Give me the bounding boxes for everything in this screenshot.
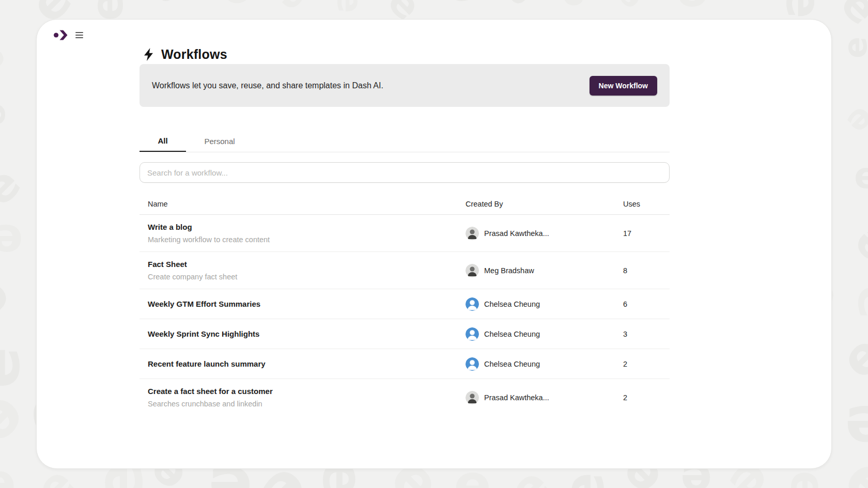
- table-row[interactable]: Fact Sheet Create company fact sheet Meg…: [140, 251, 670, 289]
- created-by-name: Chelsea Cheung: [484, 300, 540, 308]
- created-by-name: Prasad Kawtheka...: [484, 229, 549, 238]
- background-letter: e: [85, 0, 129, 21]
- background-letter: e: [449, 0, 472, 6]
- workflow-description: Searches crunchbase and linkedin: [148, 400, 457, 408]
- workflow-description: Marketing workflow to create content: [148, 235, 457, 244]
- table-row[interactable]: Write a blog Marketing workflow to creat…: [140, 215, 670, 251]
- background-letter: e: [845, 397, 868, 460]
- background-letter: e: [0, 41, 11, 79]
- banner-text: Workflows let you save, reuse, and share…: [152, 81, 383, 90]
- tab-bar: All Personal: [140, 130, 670, 152]
- background-letter: e: [784, 470, 831, 488]
- background-letter: e: [842, 219, 868, 275]
- user-avatar-photo: [466, 391, 479, 404]
- workflow-name: Recent feature launch summary: [148, 359, 457, 368]
- user-avatar-photo: [466, 264, 479, 277]
- created-by-name: Chelsea Cheung: [484, 330, 540, 338]
- workflow-name: Fact Sheet: [148, 260, 457, 269]
- background-letter: e: [851, 285, 868, 319]
- tab-all[interactable]: All: [140, 130, 186, 152]
- column-header-created-by: Created By: [466, 200, 623, 208]
- menu-hamburger-icon[interactable]: [74, 31, 84, 39]
- workflows-table: Name Created By Uses Write a blog Market…: [140, 194, 670, 416]
- background-letter: e: [270, 0, 317, 21]
- table-row[interactable]: Weekly Sprint Sync Highlights Chelsea Ch…: [140, 319, 670, 349]
- column-header-uses: Uses: [623, 200, 670, 208]
- uses-count: 3: [623, 330, 670, 338]
- workflow-name: Write a blog: [148, 223, 457, 231]
- background-letter: e: [610, 0, 646, 17]
- uses-count: 6: [623, 300, 670, 308]
- uses-count: 2: [623, 360, 670, 368]
- background-letter: e: [840, 37, 868, 58]
- workflow-name: Create a fact sheet for a customer: [148, 387, 457, 396]
- tab-personal[interactable]: Personal: [186, 130, 253, 152]
- column-header-name: Name: [140, 200, 466, 208]
- table-header-row: Name Created By Uses: [140, 194, 670, 215]
- info-banner: Workflows let you save, reuse, and share…: [140, 64, 670, 107]
- search-input[interactable]: [140, 162, 670, 183]
- created-by-name: Prasad Kawtheka...: [484, 393, 549, 402]
- background-letter: e: [222, 0, 252, 15]
- person-icon-avatar: [466, 327, 479, 341]
- background-letter: e: [841, 101, 868, 141]
- background-letter: e: [554, 0, 589, 7]
- lightning-icon: [143, 48, 154, 61]
- top-left-controls: [54, 29, 84, 41]
- workflow-description: Create company fact sheet: [148, 273, 457, 281]
- background-letter: e: [721, 0, 757, 4]
- page-title: Workflows: [161, 47, 227, 62]
- background-letter: e: [833, 0, 868, 32]
- background-letter: e: [676, 0, 709, 20]
- background-letter: e: [0, 103, 14, 127]
- table-row[interactable]: Create a fact sheet for a customer Searc…: [140, 379, 670, 416]
- app-window: Workflows Workflows let you save, reuse,…: [36, 19, 832, 469]
- new-workflow-button[interactable]: New Workflow: [590, 76, 657, 96]
- background-letter: e: [779, 0, 828, 19]
- background-letter: e: [0, 217, 23, 265]
- background-letter: e: [0, 160, 28, 213]
- created-by-name: Chelsea Cheung: [484, 360, 540, 368]
- table-body: Write a blog Marketing workflow to creat…: [140, 215, 670, 416]
- created-by-name: Meg Bradshaw: [484, 266, 534, 275]
- table-row[interactable]: Weekly GTM Effort Summaries Chelsea Cheu…: [140, 289, 670, 319]
- workflow-name: Weekly Sprint Sync Highlights: [148, 329, 457, 338]
- person-icon-avatar: [466, 357, 479, 371]
- background-letter: e: [0, 266, 23, 325]
- person-icon-avatar: [466, 297, 479, 311]
- background-letter: e: [556, 472, 612, 488]
- background-letter: e: [499, 0, 535, 10]
- background-letter: e: [0, 457, 16, 488]
- uses-count: 2: [623, 393, 670, 402]
- page-header: Workflows: [143, 47, 227, 62]
- background-letter: e: [332, 0, 367, 13]
- background-letter: e: [854, 158, 868, 194]
- uses-count: 8: [623, 266, 670, 275]
- workflow-name: Weekly GTM Effort Summaries: [148, 300, 457, 308]
- user-avatar-photo: [466, 227, 479, 240]
- table-row[interactable]: Recent feature launch summary Chelsea Ch…: [140, 349, 670, 379]
- background-letter: e: [141, 0, 187, 14]
- dash-ai-logo-icon[interactable]: [54, 29, 68, 41]
- uses-count: 17: [623, 229, 670, 238]
- background-letter: e: [832, 326, 868, 388]
